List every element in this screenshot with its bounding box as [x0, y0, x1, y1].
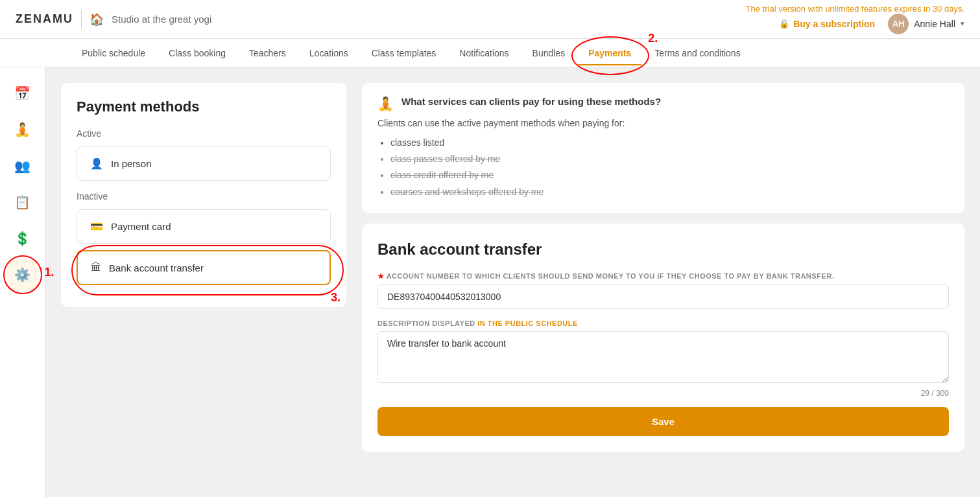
- bank-detail-card: Bank account transfer ★ ACCOUNT NUMBER T…: [362, 224, 964, 452]
- info-title: What services can clients pay for using …: [401, 96, 661, 107]
- studio-name: Studio at the great yogi: [112, 14, 211, 25]
- reports-icon: 📋: [14, 194, 30, 210]
- info-card-header: 🧘 What services can clients pay for usin…: [377, 96, 949, 111]
- nav-tabs: Public schedule Class booking Teachers L…: [0, 39, 980, 67]
- sidebar-item-reports[interactable]: 📋: [7, 187, 38, 218]
- bank-icon: 🏛: [91, 262, 101, 273]
- sidebar: 📅 🧘 👥 📋 💲 ⚙️ 1.: [0, 67, 45, 497]
- save-button[interactable]: Save: [377, 407, 949, 436]
- sidebar-item-clients[interactable]: 👥: [7, 150, 38, 181]
- tab-class-templates[interactable]: Class templates: [361, 41, 447, 65]
- description-textarea[interactable]: Wire transfer to bank account: [377, 331, 949, 383]
- layout: 📅 🧘 👥 📋 💲 ⚙️ 1. Payment methods Active: [0, 67, 980, 497]
- info-subtitle: Clients can use the active payment metho…: [377, 118, 949, 128]
- user-avatar: AH: [888, 14, 909, 34]
- user-name: Annie Hall: [914, 19, 955, 29]
- left-panel: Payment methods Active 👤 In person Inact…: [61, 83, 346, 481]
- in-person-label: In person: [111, 158, 152, 169]
- account-field-label: ★ ACCOUNT NUMBER TO WHICH CLIENTS SHOULD…: [377, 272, 949, 281]
- info-list: classes listed class passes offered by m…: [377, 135, 949, 200]
- settings-icon: ⚙️: [14, 267, 30, 283]
- info-person-icon: 🧘: [377, 96, 394, 111]
- tab-bundles[interactable]: Bundles: [522, 41, 576, 65]
- right-panel: 🧘 What services can clients pay for usin…: [362, 83, 964, 481]
- chevron-down-icon: ▾: [961, 19, 964, 28]
- sidebar-item-settings[interactable]: ⚙️ 1.: [7, 259, 38, 290]
- sidebar-item-calendar[interactable]: 📅: [7, 78, 38, 109]
- home-icon[interactable]: 🏠: [90, 12, 104, 27]
- zenamu-logo: ZENAMU: [16, 12, 73, 26]
- tab-payments[interactable]: Payments 2.: [578, 41, 641, 65]
- list-item-courses: courses and workshops offered by me: [390, 184, 949, 200]
- in-person-method[interactable]: 👤 In person: [77, 146, 331, 181]
- char-count: 29 / 300: [377, 389, 949, 398]
- tab-payments-label: Payments: [588, 48, 631, 58]
- payment-methods-card: Payment methods Active 👤 In person Inact…: [61, 83, 346, 307]
- tab-teachers[interactable]: Teachers: [239, 41, 296, 65]
- payment-methods-title: Payment methods: [77, 98, 331, 115]
- tab-class-booking[interactable]: Class booking: [158, 41, 236, 65]
- topbar: ZENAMU 🏠 Studio at the great yogi The tr…: [0, 0, 980, 39]
- payment-card-label: Payment card: [111, 221, 171, 232]
- topbar-left: ZENAMU 🏠 Studio at the great yogi: [16, 10, 211, 29]
- bank-detail-title: Bank account transfer: [377, 239, 949, 259]
- list-item-passes: class passes offered by me: [390, 151, 949, 167]
- payment-card-method[interactable]: 💳 Payment card: [77, 209, 331, 244]
- sidebar-item-payments[interactable]: 💲: [7, 223, 38, 254]
- info-card: 🧘 What services can clients pay for usin…: [362, 83, 964, 213]
- bank-transfer-method[interactable]: 🏛 Bank account transfer: [77, 250, 331, 285]
- tab-notifications[interactable]: Notifications: [449, 41, 519, 65]
- user-menu[interactable]: AH Annie Hall ▾: [888, 14, 964, 34]
- trial-notice: The trial version with unlimited feature…: [746, 4, 964, 14]
- inactive-label: Inactive: [77, 191, 331, 202]
- person-icon: 👤: [90, 157, 103, 170]
- tab-terms[interactable]: Terms and conditions: [644, 41, 750, 65]
- calendar-icon: 📅: [14, 86, 30, 101]
- buy-subscription-label: Buy a subscription: [793, 19, 875, 29]
- tab-locations[interactable]: Locations: [299, 41, 359, 65]
- clients-icon: 👥: [14, 158, 30, 174]
- buy-subscription-link[interactable]: 🔒 Buy a subscription: [779, 19, 875, 29]
- bank-transfer-wrap: 🏛 Bank account transfer 3.: [77, 250, 331, 285]
- inactive-section: Inactive 💳 Payment card 🏛 Bank account t…: [77, 191, 331, 285]
- tab-public-schedule[interactable]: Public schedule: [71, 41, 156, 65]
- description-field-label: DESCRIPTION DISPLAYED IN THE PUBLIC SCHE…: [377, 319, 949, 327]
- account-number-input[interactable]: [377, 284, 949, 309]
- payments-icon: 💲: [14, 231, 30, 246]
- list-item-credit: class credit offered by me: [390, 167, 949, 183]
- info-card-content: What services can clients pay for using …: [401, 96, 661, 107]
- bank-transfer-label: Bank account transfer: [109, 262, 204, 273]
- yoga-icon: 🧘: [14, 122, 30, 137]
- main-content: Payment methods Active 👤 In person Inact…: [45, 67, 980, 497]
- topbar-divider: [81, 10, 82, 29]
- lock-icon: 🔒: [779, 19, 789, 29]
- active-label: Active: [77, 128, 331, 139]
- sidebar-item-yoga[interactable]: 🧘: [7, 114, 38, 145]
- annotation-3: 3.: [331, 291, 341, 305]
- annotation-1: 1.: [45, 266, 54, 279]
- card-icon: 💳: [90, 220, 103, 233]
- list-item-classes: classes listed: [390, 135, 949, 151]
